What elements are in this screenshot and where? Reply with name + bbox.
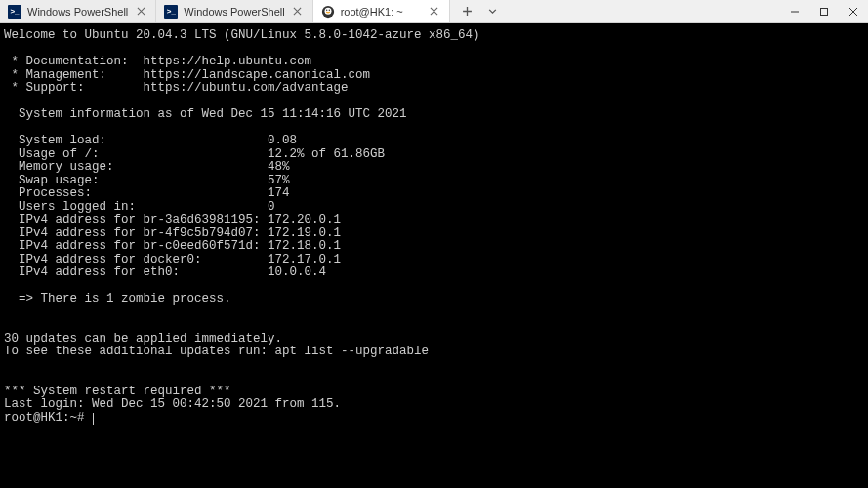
tab-dropdown-button[interactable] xyxy=(481,2,505,21)
shell-prompt: root@HK1:~# xyxy=(4,411,92,425)
zombie-notice: => There is 1 zombie process. xyxy=(4,292,231,305)
tab-ssh-linux[interactable]: root@HK1: ~ xyxy=(313,0,450,22)
svg-point-3 xyxy=(328,9,329,10)
updates-line: To see these additional updates run: apt… xyxy=(4,345,429,358)
stat-row: IPv4 address for br-c0eed60f571d: 172.18… xyxy=(4,239,341,253)
stat-row: IPv4 address for br-3a6d63981195: 172.20… xyxy=(4,213,341,226)
stat-row: Swap usage: 57% xyxy=(4,174,290,187)
motd-mgmt-url: https://landscape.canonical.com xyxy=(144,68,371,82)
stat-row: IPv4 address for br-4f9c5b794d07: 172.19… xyxy=(4,226,341,240)
maximize-button[interactable] xyxy=(809,0,839,22)
motd-doc-url: https://help.ubuntu.com xyxy=(144,55,312,68)
stat-row: IPv4 address for docker0: 172.17.0.1 xyxy=(4,253,341,266)
close-icon[interactable] xyxy=(428,5,441,19)
stat-row: Memory usage: 48% xyxy=(4,160,290,174)
terminal-pane[interactable]: Welcome to Ubuntu 20.04.3 LTS (GNU/Linux… xyxy=(0,23,868,488)
svg-rect-4 xyxy=(821,8,828,15)
close-window-button[interactable] xyxy=(839,0,868,22)
svg-point-2 xyxy=(326,9,327,10)
stat-row: Processes: 174 xyxy=(4,186,290,200)
cursor xyxy=(93,413,94,425)
stat-row: IPv4 address for eth0: 10.0.0.4 xyxy=(4,265,326,279)
tab-label: root@HK1: ~ xyxy=(341,6,422,18)
motd-doc-label: * Documentation: xyxy=(4,55,144,68)
motd-welcome: Welcome to Ubuntu 20.04.3 LTS (GNU/Linux… xyxy=(4,28,480,42)
stat-row: Usage of /: 12.2% of 61.86GB xyxy=(4,147,385,161)
close-icon[interactable] xyxy=(134,5,147,19)
window-controls xyxy=(780,0,868,22)
svg-point-1 xyxy=(324,7,331,14)
powershell-icon: >_ xyxy=(164,5,178,19)
motd-mgmt-label: * Management: xyxy=(4,68,144,82)
tab-powershell-2[interactable]: >_ Windows PowerShell xyxy=(156,0,312,22)
title-bar: >_ Windows PowerShell >_ Windows PowerSh… xyxy=(0,0,868,23)
motd-sup-url: https://ubuntu.com/advantage xyxy=(144,81,349,95)
minimize-button[interactable] xyxy=(780,0,809,22)
restart-notice: *** System restart required *** xyxy=(4,385,231,398)
motd-sup-label: * Support: xyxy=(4,81,144,95)
tab-strip: >_ Windows PowerShell >_ Windows PowerSh… xyxy=(0,0,780,22)
updates-line: 30 updates can be applied immediately. xyxy=(4,332,282,346)
new-tab-button[interactable] xyxy=(456,2,479,21)
powershell-icon: >_ xyxy=(8,5,21,19)
tab-actions xyxy=(450,0,511,22)
sysinfo-header: System information as of Wed Dec 15 11:1… xyxy=(4,107,407,121)
tab-powershell-1[interactable]: >_ Windows PowerShell xyxy=(0,0,156,22)
redacted-ip xyxy=(341,399,399,411)
tab-label: Windows PowerShell xyxy=(184,6,284,18)
tab-label: Windows PowerShell xyxy=(27,6,128,18)
last-login: Last login: Wed Dec 15 00:42:50 2021 fro… xyxy=(4,397,341,411)
stat-row: System load: 0.08 xyxy=(4,134,297,147)
linux-icon xyxy=(321,5,335,19)
stat-row: Users logged in: 0 xyxy=(4,200,275,214)
close-icon[interactable] xyxy=(291,5,305,19)
